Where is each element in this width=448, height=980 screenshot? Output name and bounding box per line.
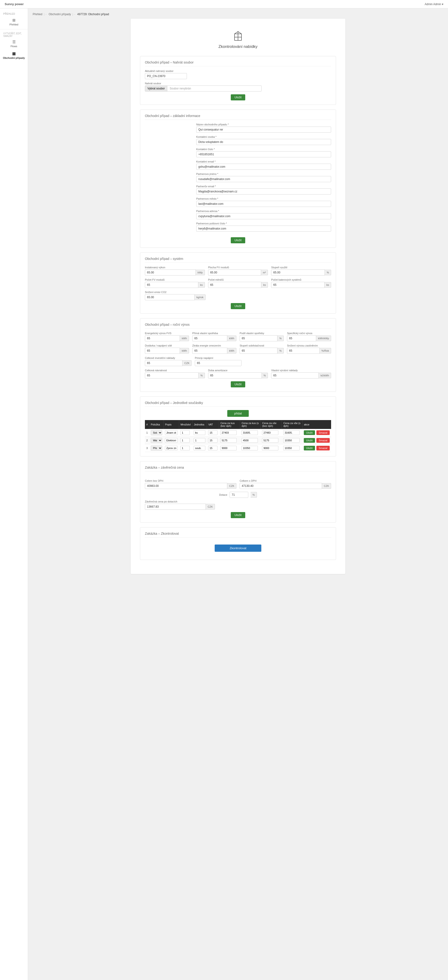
file-input-row: Vybrat soubor Soubor nevybrán [145,86,262,92]
pocet-fv-input[interactable] [145,282,199,288]
partner-psc-input[interactable] [196,226,331,232]
pocet-menic-input[interactable] [208,282,262,288]
celkove-inv-input[interactable] [145,360,183,366]
row-edit-button[interactable]: Uložit [304,446,315,450]
jednotka-input[interactable] [194,446,205,450]
col-num: # [145,420,149,429]
row-edit-button[interactable]: Uložit [304,430,315,435]
energeticky-input[interactable] [145,335,180,341]
row-delete-button[interactable]: Smazat [316,438,330,443]
popis-input[interactable] [165,438,178,443]
cena-vse-s-input[interactable] [283,438,300,443]
polozka-select[interactable]: Wallbox - [151,438,162,443]
jednotka-input[interactable] [194,430,205,435]
specificke-input[interactable] [287,335,316,341]
jednotka-input[interactable] [194,438,205,443]
partner-mesto-input[interactable] [196,201,331,207]
snizeni-zastinovani-input[interactable] [287,348,320,354]
celkova-navratnost-unit: % [199,373,205,378]
row-mnozstvi [179,444,192,452]
row-delete-button[interactable]: Smazat [316,430,330,435]
prima-input-group: kWh [192,335,237,341]
cena-s-input[interactable] [240,483,322,489]
stupen-sobestacnosti-input[interactable] [240,348,278,354]
sidebar-item-prehled[interactable]: ⊞ Přehled [0,16,28,28]
partner-name-input[interactable] [196,176,331,182]
partner-adresa-input[interactable] [196,213,331,219]
cena-vse-bez-input[interactable] [262,438,278,443]
snizeni-co2-input[interactable] [145,294,195,300]
contact-label: Kontaktní osoba * [196,135,331,138]
pocet-bat-input[interactable] [271,282,324,288]
zav-cena-input[interactable] [145,504,206,510]
cena-ks-s-input[interactable] [241,446,258,450]
cena-vse-s-input[interactable] [283,446,300,450]
section-vynos: Obchodní případ – roční výnos Energetick… [140,318,336,392]
review-button[interactable]: Zkontrolovat [214,544,261,552]
basic-save-button[interactable]: Uložit [231,237,245,243]
section-system: Obchodní případ – systém Instalovaný výk… [140,252,336,313]
cena-ks-bez-input[interactable] [220,430,237,435]
vat-input[interactable] [208,430,218,435]
popis-input[interactable] [165,430,178,435]
vlastni-vyr-input[interactable] [271,372,319,379]
sidebar-item-cases-label: Obchodní případy [3,57,25,59]
podil-input[interactable] [240,335,278,341]
dotace-input[interactable] [230,492,248,498]
ztrata-input[interactable] [192,348,227,354]
row-akce: Uložit Smazat [302,429,331,437]
vat-input[interactable] [208,438,218,443]
vynos-save-button[interactable]: Uložit [231,381,245,387]
row-popis [164,444,179,452]
cases-icon: ▦ [12,51,16,56]
col-polozka: Položka [149,420,164,429]
name-input[interactable] [196,127,331,133]
plocha-input[interactable] [208,269,261,275]
col-popis: Popis [164,420,179,429]
cena-vse-s-input[interactable] [283,430,300,435]
dodavka-input[interactable] [145,348,180,354]
topbar-user[interactable]: Admin Admin ▾ [425,3,443,6]
row-delete-button[interactable]: Smazat [316,446,330,450]
instalovany-input[interactable] [145,269,196,275]
princip-napajeni-input[interactable] [195,360,241,366]
celkova-navratnost-input[interactable] [145,372,199,379]
email-input[interactable] [196,164,331,170]
stupen-input[interactable] [271,269,325,275]
sidebar-item-cases[interactable]: ▦ Obchodní případy [0,49,28,61]
polozka-select[interactable]: Předání - [151,445,162,451]
phone-input[interactable] [196,151,331,158]
breadcrumb-sep1: |→ [44,13,47,16]
polozka-select[interactable]: Solar Sma [151,430,162,435]
cena-s-unit: CZK [322,483,331,489]
add-component-button[interactable]: přidat [227,410,249,417]
prima-input[interactable] [192,335,227,341]
cena-ks-s-input[interactable] [241,430,258,435]
cena-ks-bez-input[interactable] [220,446,237,450]
mnozstvi-input[interactable] [180,430,190,435]
cena-vse-bez-input[interactable] [262,430,278,435]
file-save-button[interactable]: Uložit [231,94,245,100]
choose-file-button[interactable]: Vybrat soubor [145,86,167,91]
breadcrumb-cases[interactable]: Obchodní případy [49,13,71,16]
doba-amortizace-input[interactable] [208,372,262,379]
mnozstvi-input[interactable] [180,438,190,443]
mnozstvi-input[interactable] [180,446,190,450]
popis-input[interactable] [165,446,178,450]
system-save-button[interactable]: Uložit [231,303,245,309]
current-file-input[interactable] [145,73,187,79]
col-jednotka: Jednotka [192,420,207,429]
sidebar-item-flows[interactable]: ☰ Flows [0,38,28,49]
cena-bez-input[interactable] [145,483,227,489]
cena-ks-bez-input[interactable] [220,438,237,443]
row-edit-button[interactable]: Uložit [304,438,315,443]
cena-save-button[interactable]: Uložit [231,512,245,518]
partner-email-input[interactable] [196,188,331,194]
cena-ks-s-input[interactable] [241,438,258,443]
breadcrumb-home[interactable]: Přehled [33,13,42,16]
vat-input[interactable] [208,446,218,450]
contact-input[interactable] [196,139,331,145]
breadcrumb: Přehled |→ Obchodní případy |→ 497729: O… [33,11,443,19]
cena-vse-bez-input[interactable] [262,446,278,450]
cena-s-label: Celkem s DPH [240,479,331,482]
